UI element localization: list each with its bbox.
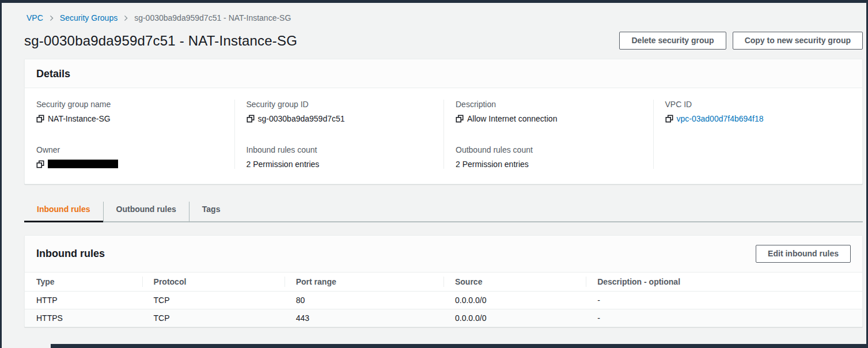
copy-to-new-security-group-button[interactable]: Copy to new security group (733, 32, 863, 50)
breadcrumb-current: sg-0030ba9da959d7c51 - NAT-Instance-SG (134, 13, 291, 22)
cell-protocol: TCP (142, 309, 285, 327)
column-header-source: Source (444, 273, 586, 292)
cell-protocol: TCP (142, 292, 285, 309)
column-header-description: Description - optional (586, 273, 862, 292)
table-row: HTTP TCP 80 0.0.0.0/0 - (25, 292, 862, 309)
tab-bar: Inbound rules Outbound rules Tags (24, 202, 863, 222)
console-footer-bar (51, 344, 868, 348)
inbound-rules-title: Inbound rules (36, 248, 105, 260)
main-content: VPC Security Groups sg-0030ba9da959d7c51… (24, 0, 863, 327)
field-owner: Owner (36, 145, 223, 168)
cell-port-range: 443 (285, 309, 444, 327)
details-card-header: Details (25, 59, 862, 88)
inbound-rules-card-header: Inbound rules Edit inbound rules (25, 236, 862, 272)
column-header-type: Type (25, 273, 142, 292)
console-top-bar (0, 0, 868, 3)
breadcrumb-link-vpc[interactable]: VPC (26, 13, 43, 22)
copy-icon[interactable] (247, 115, 255, 123)
table-row: HTTPS TCP 443 0.0.0.0/0 - (25, 309, 862, 327)
field-label: Outbound rules count (456, 145, 642, 154)
details-title: Details (36, 68, 70, 80)
chevron-right-icon (48, 15, 55, 21)
field-description: Description Allow Internet connection (456, 100, 642, 123)
field-label: Owner (36, 145, 223, 154)
details-column: Security group name NAT-Instance-SG Owne… (25, 100, 234, 169)
details-grid: Security group name NAT-Instance-SG Owne… (25, 88, 862, 184)
field-value: 2 Permission entries (247, 160, 320, 169)
inbound-rules-card: Inbound rules Edit inbound rules Type Pr… (24, 235, 863, 327)
field-inbound-rules-count: Inbound rules count 2 Permission entries (247, 145, 433, 169)
page-title: sg-0030ba9da959d7c51 - NAT-Instance-SG (24, 33, 297, 49)
field-value: Allow Internet connection (467, 114, 557, 123)
column-header-port-range: Port range (285, 273, 444, 292)
details-column: VPC ID vpc-03ad00d7f4b694f18 (653, 100, 863, 169)
copy-icon[interactable] (36, 160, 44, 168)
field-security-group-id: Security group ID sg-0030ba9da959d7c51 (247, 100, 433, 123)
field-label: Security group name (36, 100, 223, 109)
inbound-rules-table: Type Protocol Port range Source Descript… (25, 272, 862, 327)
copy-icon[interactable] (456, 115, 464, 123)
field-label: Description (456, 100, 642, 109)
details-column: Security group ID sg-0030ba9da959d7c51 I… (234, 100, 444, 169)
table-header-row: Type Protocol Port range Source Descript… (25, 273, 862, 292)
cell-source: 0.0.0.0/0 (444, 309, 586, 327)
cell-source: 0.0.0.0/0 (444, 292, 586, 309)
cell-type: HTTPS (25, 309, 142, 327)
page-header: sg-0030ba9da959d7c51 - NAT-Instance-SG D… (24, 32, 863, 50)
cell-type: HTTP (25, 292, 142, 309)
breadcrumb: VPC Security Groups sg-0030ba9da959d7c51… (26, 0, 863, 22)
chevron-right-icon (123, 15, 129, 21)
field-value: sg-0030ba9da959d7c51 (258, 114, 345, 123)
field-value: 2 Permission entries (456, 160, 529, 169)
copy-icon[interactable] (36, 115, 44, 123)
field-security-group-name: Security group name NAT-Instance-SG (36, 100, 223, 123)
field-label: Security group ID (247, 100, 433, 109)
breadcrumb-link-security-groups[interactable]: Security Groups (60, 13, 117, 22)
tab-outbound-rules[interactable]: Outbound rules (103, 202, 189, 222)
delete-security-group-button[interactable]: Delete security group (619, 32, 726, 50)
edit-inbound-rules-button[interactable]: Edit inbound rules (756, 245, 851, 263)
details-card: Details Security group name NAT-Instance… (24, 59, 863, 184)
header-actions: Delete security group Copy to new securi… (619, 32, 863, 50)
tab-tags[interactable]: Tags (189, 202, 233, 222)
field-value: NAT-Instance-SG (48, 114, 111, 123)
cell-port-range: 80 (285, 292, 444, 309)
details-column: Description Allow Internet connection Ou… (444, 100, 653, 169)
field-label: Inbound rules count (247, 145, 433, 154)
cell-description: - (586, 292, 862, 309)
vpc-id-link[interactable]: vpc-03ad00d7f4b694f18 (677, 114, 764, 123)
field-vpc-id: VPC ID vpc-03ad00d7f4b694f18 (665, 100, 851, 123)
copy-icon[interactable] (665, 115, 673, 123)
column-header-protocol: Protocol (142, 273, 285, 292)
cell-description: - (586, 309, 862, 327)
field-outbound-rules-count: Outbound rules count 2 Permission entrie… (456, 145, 642, 169)
console-left-edge (0, 0, 2, 348)
field-label: VPC ID (665, 100, 851, 109)
redacted-owner-value (48, 160, 118, 168)
tab-inbound-rules[interactable]: Inbound rules (24, 202, 103, 222)
